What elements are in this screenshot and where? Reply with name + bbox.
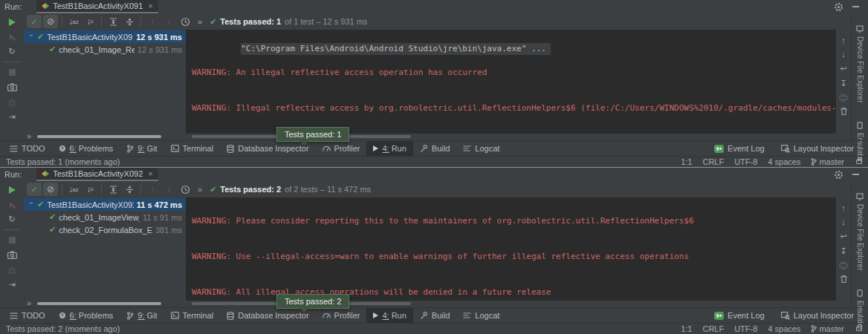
git-branch[interactable]: master bbox=[811, 157, 844, 166]
tree-hscrollbar-thumb[interactable] bbox=[37, 302, 161, 305]
tool-button-device-file-explorer[interactable]: Device File Explorer bbox=[856, 193, 864, 270]
collapse-all-icon[interactable] bbox=[122, 183, 137, 196]
tool-button-problems[interactable]: 6: Problems bbox=[52, 308, 120, 323]
rerun-failed-tests-button[interactable] bbox=[3, 198, 21, 211]
indent-setting[interactable]: 4 spaces bbox=[768, 157, 800, 166]
run-tab-x091[interactable]: TestB1BasicActivityX091 × bbox=[36, 0, 158, 13]
show-ignored-toggle[interactable]: ⊘ bbox=[43, 15, 58, 28]
tool-button-run[interactable]: 4: Run bbox=[366, 308, 412, 323]
up-arrow-icon[interactable]: ↑ bbox=[841, 203, 846, 212]
sort-by-duration-icon[interactable]: ↓≡ bbox=[82, 183, 97, 196]
close-tab-icon[interactable]: × bbox=[148, 1, 152, 10]
tool-button-build[interactable]: Build bbox=[413, 308, 456, 323]
toolbar-overflow-chevron[interactable]: » bbox=[198, 185, 202, 194]
tool-button-run[interactable]: 4: Run bbox=[366, 141, 412, 156]
clear-all-trash-icon[interactable] bbox=[840, 275, 848, 284]
caret-position[interactable]: 1:1 bbox=[681, 324, 692, 333]
indent-setting[interactable]: 4 spaces bbox=[768, 324, 800, 333]
gear-icon[interactable] bbox=[834, 170, 843, 180]
hide-tool-window-icon[interactable] bbox=[852, 174, 859, 175]
previous-failed-test-icon[interactable]: ↑ bbox=[145, 183, 160, 196]
console-line[interactable]: "C:\Program Files\Android\Android Studio… bbox=[241, 43, 551, 55]
lock-icon[interactable] bbox=[856, 160, 862, 164]
layout-inspector-button[interactable]: Layout Inspector bbox=[774, 311, 861, 320]
test-tree-child-row[interactable]: ✔ check_02_FormulaBox_Event 381 ms bbox=[24, 223, 186, 236]
sort-by-duration-icon[interactable]: ↓≡ bbox=[82, 15, 97, 28]
tool-button-profiler[interactable]: Profiler bbox=[316, 141, 367, 156]
print-icon[interactable] bbox=[839, 94, 848, 102]
screenshot-camera-icon[interactable] bbox=[3, 249, 21, 261]
print-icon[interactable] bbox=[839, 261, 848, 269]
down-arrow-icon[interactable]: ↓ bbox=[841, 50, 846, 59]
expand-all-icon[interactable] bbox=[106, 15, 120, 28]
tool-button-problems[interactable]: 6: Problems bbox=[52, 141, 120, 156]
stop-button[interactable] bbox=[3, 234, 21, 246]
chevron-down-icon[interactable]: › bbox=[27, 202, 35, 208]
tool-button-logcat[interactable]: Logcat bbox=[456, 308, 506, 323]
test-tree-child-row[interactable]: ✔ check_01_ImageView_Properties 11 s 91 … bbox=[24, 211, 186, 223]
overflow-chevron[interactable]: » bbox=[27, 131, 31, 140]
event-log-button[interactable]: 9+Event Log bbox=[707, 311, 771, 320]
show-ignored-toggle[interactable]: ⊘ bbox=[43, 183, 58, 196]
attach-debugger-icon[interactable] bbox=[3, 96, 21, 108]
expand-all-icon[interactable] bbox=[106, 183, 120, 196]
screenshot-camera-icon[interactable] bbox=[3, 81, 21, 94]
tool-button-profiler[interactable]: Profiler bbox=[316, 308, 367, 323]
tool-button-git[interactable]: 9: Git bbox=[120, 141, 163, 156]
soft-wrap-icon[interactable]: ↩ bbox=[840, 64, 846, 73]
tool-button-logcat[interactable]: Logcat bbox=[456, 141, 506, 156]
test-tree-root-row[interactable]: › ✔ TestB1BasicActivityX092(org.aplas.t … bbox=[24, 198, 186, 211]
caret-position[interactable]: 1:1 bbox=[681, 157, 692, 166]
layout-inspector-button[interactable]: Layout Inspector bbox=[774, 144, 861, 153]
scroll-to-end-icon[interactable]: ↧ bbox=[840, 79, 846, 88]
rerun-failed-tests-button[interactable] bbox=[3, 30, 21, 43]
console-output[interactable]: WARNING: Please consider reporting this … bbox=[186, 197, 836, 301]
hide-tool-window-icon[interactable] bbox=[852, 6, 859, 7]
overflow-chevron[interactable]: » bbox=[27, 298, 31, 307]
tool-button-git[interactable]: 9: Git bbox=[120, 308, 163, 323]
rerun-button[interactable] bbox=[3, 16, 21, 28]
sort-alphabetically-icon[interactable]: ↓az bbox=[66, 183, 81, 196]
import-tests-icon[interactable]: ⇥ bbox=[3, 278, 21, 291]
import-tests-icon[interactable]: ⇥ bbox=[3, 111, 21, 123]
line-ending[interactable]: CRLF bbox=[702, 157, 724, 166]
tree-hscrollbar-thumb[interactable] bbox=[37, 135, 161, 138]
toggle-auto-test-icon[interactable]: ↻ bbox=[3, 45, 21, 58]
gear-icon[interactable] bbox=[834, 2, 843, 12]
tool-button-terminal[interactable]: Terminal bbox=[164, 141, 221, 156]
up-arrow-icon[interactable]: ↑ bbox=[841, 36, 846, 45]
test-tree-child-row[interactable]: ✔ check_01_Image_Resources 12 s 931 ms bbox=[24, 43, 186, 56]
event-log-button[interactable]: 9+Event Log bbox=[707, 144, 771, 153]
soft-wrap-icon[interactable]: ↩ bbox=[840, 232, 846, 241]
tool-button-build[interactable]: Build bbox=[413, 141, 456, 156]
next-failed-test-icon[interactable]: ↓ bbox=[161, 15, 176, 28]
file-encoding[interactable]: UTF-8 bbox=[734, 157, 757, 166]
toolbar-overflow-chevron[interactable]: » bbox=[198, 17, 202, 26]
previous-failed-test-icon[interactable]: ↑ bbox=[145, 15, 160, 28]
test-tree-root-row[interactable]: › ✔ TestB1BasicActivityX091(org.aplas.t … bbox=[24, 30, 186, 43]
console-output[interactable]: "C:\Program Files\Android\Android Studio… bbox=[186, 30, 836, 134]
next-failed-test-icon[interactable]: ↓ bbox=[161, 183, 176, 196]
down-arrow-icon[interactable]: ↓ bbox=[841, 217, 846, 226]
test-history-clock-icon[interactable] bbox=[178, 15, 192, 28]
collapse-all-icon[interactable] bbox=[122, 15, 137, 28]
chevron-down-icon[interactable]: › bbox=[27, 34, 35, 40]
show-passed-toggle[interactable]: ✓ bbox=[27, 183, 42, 196]
clear-all-trash-icon[interactable] bbox=[840, 107, 848, 116]
tool-button-device-file-explorer[interactable]: Device File Explorer bbox=[856, 25, 864, 102]
tool-button-todo[interactable]: TODO bbox=[3, 308, 52, 323]
attach-debugger-icon[interactable] bbox=[3, 263, 21, 276]
lock-icon[interactable] bbox=[856, 327, 862, 331]
sort-alphabetically-icon[interactable]: ↓az bbox=[66, 15, 81, 28]
run-tab-x092[interactable]: TestB1BasicActivityX092 × bbox=[36, 168, 158, 181]
stop-button[interactable] bbox=[3, 66, 21, 79]
git-branch[interactable]: master bbox=[811, 324, 844, 333]
rerun-button[interactable] bbox=[3, 183, 21, 196]
tool-button-terminal[interactable]: Terminal bbox=[164, 308, 221, 323]
file-encoding[interactable]: UTF-8 bbox=[734, 324, 757, 333]
toggle-auto-test-icon[interactable]: ↻ bbox=[3, 213, 21, 226]
test-history-clock-icon[interactable] bbox=[178, 183, 192, 196]
show-passed-toggle[interactable]: ✓ bbox=[27, 15, 42, 28]
line-ending[interactable]: CRLF bbox=[702, 324, 724, 333]
scroll-to-end-icon[interactable]: ↧ bbox=[840, 246, 846, 256]
